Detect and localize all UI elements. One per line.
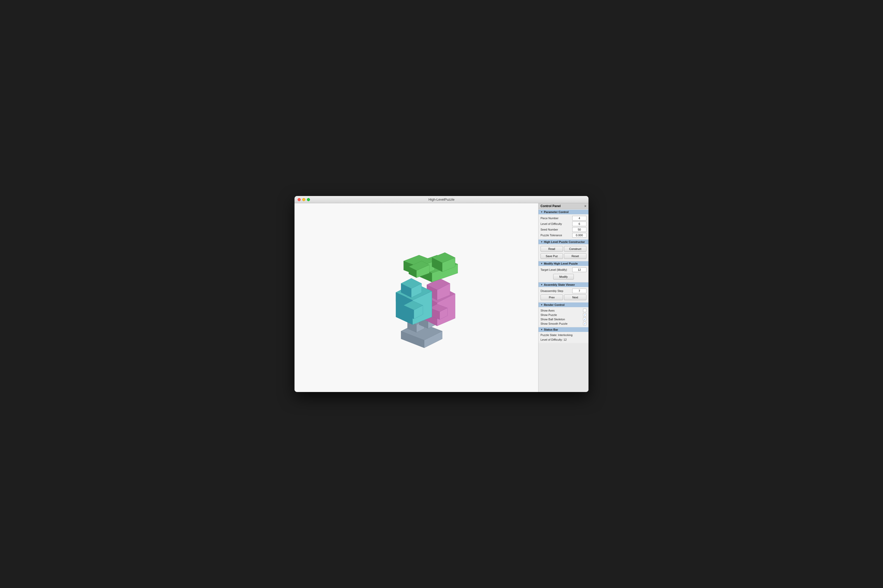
section-modify[interactable]: ▼ Modify High Level Puzzle [538, 261, 589, 266]
modify-arrow: ▼ [541, 262, 543, 265]
assembly-label: Assembly State Viewer [544, 283, 575, 286]
parameter-control-content: Piece Number Level of Difficulty Seed Nu… [538, 214, 589, 239]
show-ball-skeleton-row: Show Ball Skeleton ✓ [541, 317, 586, 321]
assembly-content: Disassembly Step Prev Next [538, 287, 589, 302]
render-content: Show Axes Show Puzzle ✓ Show Ball Skelet… [538, 307, 589, 327]
render-label: Render Control [544, 303, 565, 306]
difficulty-row: Level of Difficulty [541, 221, 586, 227]
panel-close-button[interactable]: × [585, 204, 586, 208]
save-reset-row: Save Puz Reset [541, 252, 586, 260]
traffic-lights [298, 198, 310, 201]
status-difficulty-text: Level of Difficulty: 12 [541, 338, 586, 342]
minimize-button[interactable] [302, 198, 305, 201]
section-status-bar[interactable]: ▼ Status Bar [538, 327, 589, 332]
piece-number-label: Piece Number [541, 217, 559, 220]
maximize-button[interactable] [307, 198, 310, 201]
hlpc-content: Read Construct Save Puz Reset [538, 244, 589, 261]
tolerance-row: Puzzle Tolerance [541, 232, 586, 238]
show-axes-label: Show Axes [541, 309, 555, 312]
tolerance-label: Puzzle Tolerance [541, 234, 562, 237]
show-smooth-puzzle-label: Show Smooth Puzzle [541, 322, 568, 325]
modify-label: Modify High Level Puzzle [544, 262, 578, 265]
read-construct-row: Read Construct [541, 245, 586, 252]
hlpc-label: High Level Puzzle Constructor [544, 240, 585, 243]
section-assembly[interactable]: ▼ Assembly State Viewer [538, 282, 589, 287]
seed-input[interactable] [572, 227, 586, 232]
show-puzzle-row: Show Puzzle ✓ [541, 313, 586, 317]
seed-label: Seed Number [541, 228, 558, 231]
difficulty-label: Level of Difficulty [541, 222, 562, 225]
parameter-control-arrow: ▼ [541, 211, 543, 213]
save-puz-button[interactable]: Save Puz [541, 253, 563, 259]
construct-button[interactable]: Construct [564, 246, 586, 252]
section-parameter-control[interactable]: ▼ Parameter Control [538, 210, 589, 214]
show-puzzle-checkbox[interactable]: ✓ [583, 313, 586, 316]
next-button[interactable]: Next [564, 294, 586, 300]
title-bar: High-LevelPuzzle [294, 196, 589, 203]
puzzle-canvas [294, 203, 538, 392]
seed-row: Seed Number [541, 227, 586, 232]
disassembly-step-input[interactable] [572, 289, 586, 293]
show-axes-checkbox[interactable] [583, 309, 586, 312]
piece-number-row: Piece Number [541, 215, 586, 221]
hlpc-arrow: ▼ [541, 241, 543, 243]
show-smooth-puzzle-checkbox[interactable]: ✓ [583, 322, 586, 325]
piece-green [403, 252, 458, 282]
target-level-input[interactable] [572, 267, 586, 272]
close-button[interactable] [298, 198, 301, 201]
status-bar-label: Status Bar [544, 328, 558, 331]
show-smooth-puzzle-row: Show Smooth Puzzle ✓ [541, 321, 586, 326]
window-content: Control Panel × ▼ Parameter Control Piec… [294, 203, 589, 392]
status-bar-content: Puzzle State: Interlocking Level of Diff… [538, 332, 589, 343]
status-bar-arrow: ▼ [541, 328, 543, 331]
control-panel: Control Panel × ▼ Parameter Control Piec… [538, 203, 589, 392]
panel-title-text: Control Panel [541, 204, 561, 208]
target-level-label: Target Level (Modify) [541, 268, 567, 271]
piece-number-input[interactable] [572, 216, 586, 220]
prev-next-row: Prev Next [541, 294, 586, 301]
render-arrow: ▼ [541, 303, 543, 306]
modify-button[interactable]: Modify [553, 274, 574, 279]
show-axes-row: Show Axes [541, 308, 586, 313]
reset-button[interactable]: Reset [564, 253, 586, 259]
disassembly-step-label: Disassembly Step [541, 290, 563, 292]
modify-content: Target Level (Modify) Modify [538, 266, 589, 282]
panel-title-bar: Control Panel × [538, 203, 589, 209]
disassembly-step-row: Disassembly Step [541, 288, 586, 294]
assembly-arrow: ▼ [541, 284, 543, 286]
tolerance-input[interactable] [572, 233, 586, 237]
piece-cyan [396, 278, 432, 325]
target-level-row: Target Level (Modify) [541, 267, 586, 273]
puzzle-state-text: Puzzle State: Interlocking [541, 333, 586, 338]
prev-button[interactable]: Prev [541, 294, 563, 300]
show-puzzle-label: Show Puzzle [541, 314, 557, 316]
section-render[interactable]: ▼ Render Control [538, 303, 589, 307]
window-title: High-LevelPuzzle [428, 198, 454, 201]
parameter-control-label: Parameter Control [544, 210, 569, 213]
section-hlpc[interactable]: ▼ High Level Puzzle Constructor [538, 240, 589, 244]
puzzle-3d-view [367, 243, 465, 352]
main-window: High-LevelPuzzle [294, 196, 589, 392]
difficulty-input[interactable] [572, 222, 586, 226]
show-ball-skeleton-checkbox[interactable]: ✓ [583, 318, 586, 321]
main-view[interactable] [294, 203, 538, 392]
read-button[interactable]: Read [541, 246, 563, 252]
show-ball-skeleton-label: Show Ball Skeleton [541, 318, 565, 321]
